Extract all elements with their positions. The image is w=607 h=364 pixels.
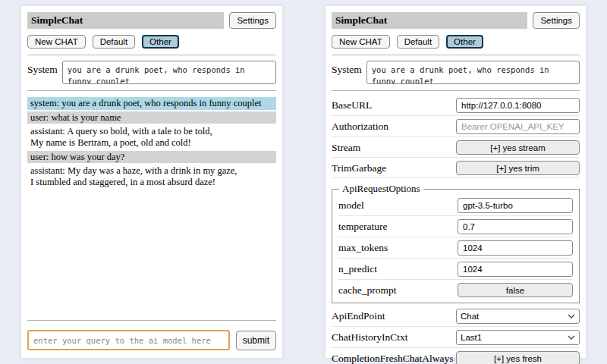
max-tokens-input[interactable] bbox=[458, 240, 573, 256]
trimgarbage-label: TrimGarbage bbox=[332, 162, 386, 174]
trimgarbage-toggle-button[interactable]: [+] yes trim bbox=[456, 161, 580, 175]
app-title: SimpleChat bbox=[332, 12, 527, 29]
chat-session-toolbar: New CHAT Default Other bbox=[332, 35, 580, 49]
divider bbox=[332, 55, 580, 55]
setting-row-completion-fresh: CompletionFreshChatAlways [+] yes fresh bbox=[332, 348, 580, 364]
api-endpoint-label: ApiEndPoint bbox=[332, 310, 385, 322]
new-chat-button[interactable]: New CHAT bbox=[332, 35, 390, 49]
baseurl-label: BaseURL bbox=[332, 99, 372, 111]
system-prompt-row: System you are a drunk poet, who respond… bbox=[332, 61, 580, 84]
setting-row-cache-prompt: cache_prompt false bbox=[338, 280, 573, 300]
settings-panel: SimpleChat Settings New CHAT Default Oth… bbox=[326, 6, 586, 358]
setting-row-n-predict: n_predict bbox=[338, 259, 573, 280]
divider bbox=[332, 90, 580, 91]
setting-row-chat-history: ChatHistoryInCtxt Last1 bbox=[332, 327, 580, 348]
api-endpoint-selected-value: Chat bbox=[461, 312, 479, 321]
n-predict-label: n_predict bbox=[338, 263, 377, 275]
session-tab-default[interactable]: Default bbox=[397, 35, 439, 49]
app-title: SimpleChat bbox=[27, 12, 224, 29]
authorization-input[interactable] bbox=[456, 119, 580, 134]
authorization-label: Authorization bbox=[332, 121, 388, 133]
system-prompt-input[interactable]: you are a drunk poet, who responds in fu… bbox=[366, 61, 580, 84]
system-prompt-input[interactable]: you are a drunk poet, who responds in fu… bbox=[62, 61, 276, 84]
api-request-options-legend: ApiRequestOptions bbox=[339, 183, 423, 195]
model-label: model bbox=[338, 199, 364, 212]
model-input[interactable] bbox=[458, 198, 573, 213]
session-tab-default[interactable]: Default bbox=[93, 35, 135, 49]
baseurl-input[interactable] bbox=[456, 98, 580, 113]
settings-list: BaseURL Authorization Stream [+] yes str… bbox=[332, 95, 580, 364]
system-prompt-row: System you are a drunk poet, who respond… bbox=[27, 61, 276, 84]
settings-button[interactable]: Settings bbox=[533, 12, 580, 29]
temperature-label: temperature bbox=[338, 221, 387, 233]
chat-message-list: system: you are a drunk poet, who respon… bbox=[27, 97, 276, 314]
api-endpoint-select[interactable]: Chat bbox=[456, 309, 580, 324]
setting-row-max-tokens: max_tokens bbox=[338, 237, 573, 259]
cache-prompt-toggle-button[interactable]: false bbox=[458, 283, 573, 297]
max-tokens-label: max_tokens bbox=[338, 242, 388, 254]
temperature-input[interactable] bbox=[458, 219, 573, 234]
titlebar: SimpleChat Settings bbox=[27, 12, 276, 29]
settings-button[interactable]: Settings bbox=[229, 12, 276, 29]
chat-message-user: user: how was your day? bbox=[27, 151, 276, 164]
setting-row-trimgarbage: TrimGarbage [+] yes trim bbox=[332, 158, 580, 178]
chevron-down-icon bbox=[568, 335, 575, 340]
chat-message-assistant: assistant: A query so bold, with a tale … bbox=[27, 125, 276, 149]
divider bbox=[27, 320, 276, 321]
session-tab-other[interactable]: Other bbox=[446, 35, 483, 49]
chat-session-toolbar: New CHAT Default Other bbox=[27, 35, 276, 49]
submit-button[interactable]: submit bbox=[236, 331, 276, 350]
divider bbox=[27, 55, 276, 55]
chat-message-assistant: assistant: My day was a haze, with a dri… bbox=[27, 165, 276, 188]
query-row: submit bbox=[27, 330, 276, 350]
chat-message-user: user: what is your name bbox=[27, 111, 276, 124]
setting-row-temperature: temperature bbox=[338, 216, 573, 237]
session-tab-other[interactable]: Other bbox=[142, 35, 179, 49]
completion-fresh-toggle-button[interactable]: [+] yes fresh bbox=[456, 351, 580, 364]
completion-fresh-label: CompletionFreshChatAlways bbox=[332, 353, 454, 364]
stream-label: Stream bbox=[332, 142, 360, 154]
chat-history-select[interactable]: Last1 bbox=[456, 330, 580, 345]
setting-row-authorization: Authorization bbox=[332, 116, 580, 137]
api-request-options-group: ApiRequestOptions model temperature max_… bbox=[332, 183, 580, 303]
chat-panel: SimpleChat Settings New CHAT Default Oth… bbox=[21, 6, 282, 358]
n-predict-input[interactable] bbox=[458, 262, 573, 277]
chat-message-system: system: you are a drunk poet, who respon… bbox=[27, 97, 276, 110]
new-chat-button[interactable]: New CHAT bbox=[27, 35, 86, 49]
titlebar: SimpleChat Settings bbox=[332, 12, 580, 29]
chat-history-selected-value: Last1 bbox=[461, 333, 482, 342]
query-input[interactable] bbox=[27, 330, 230, 350]
setting-row-api-endpoint: ApiEndPoint Chat bbox=[332, 306, 580, 327]
setting-row-stream: Stream [+] yes stream bbox=[332, 137, 580, 158]
system-prompt-label: System bbox=[332, 61, 362, 84]
system-prompt-label: System bbox=[27, 61, 58, 84]
chevron-down-icon bbox=[568, 314, 575, 318]
cache-prompt-label: cache_prompt bbox=[338, 284, 396, 297]
stream-toggle-button[interactable]: [+] yes stream bbox=[456, 140, 580, 155]
divider bbox=[27, 90, 276, 91]
setting-row-baseurl: BaseURL bbox=[332, 95, 580, 116]
chat-history-label: ChatHistoryInCtxt bbox=[332, 331, 408, 344]
setting-row-model: model bbox=[338, 195, 573, 216]
